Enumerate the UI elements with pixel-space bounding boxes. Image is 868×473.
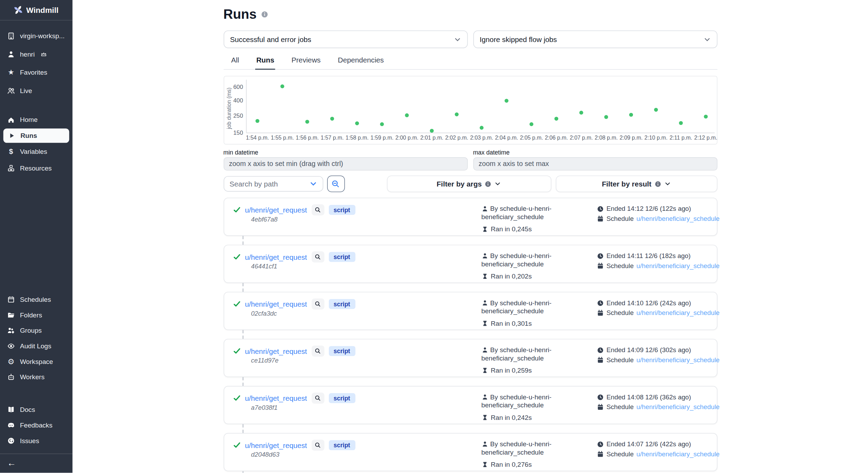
run-meta-middle: By schedule-u-henri-beneficiary_schedule… [481, 299, 570, 327]
run-meta-right: Ended 14:08 12/6 (362s ago) Schedule u/h… [596, 393, 720, 412]
inspect-run-button[interactable] [311, 440, 324, 451]
inspect-run-button[interactable] [311, 346, 324, 357]
sidebar-item-audit-logs[interactable]: Audit Logs [0, 338, 73, 354]
filter-by-args-button[interactable]: Filter by args [387, 175, 551, 192]
run-duration-text: Ran in 0,242s [491, 414, 532, 422]
groups-icon [7, 327, 15, 334]
robot-icon [7, 373, 15, 381]
filter-by-result-button[interactable]: Filter by result [556, 175, 717, 192]
tab-previews[interactable]: Previews [290, 53, 322, 69]
run-card[interactable]: u/henri/get_request script ce11d97e By s… [223, 339, 717, 377]
user-icon [481, 300, 488, 306]
flow-filter-select[interactable]: Ignore skipped flow jobs [473, 31, 717, 48]
runs-list: u/henri/get_request script 4ebf67a8 By s… [223, 198, 717, 473]
sidebar-collapse-button[interactable]: ← [0, 454, 73, 473]
run-id: 02cfa3dc [251, 310, 277, 317]
run-card[interactable]: u/henri/get_request script a7e038f1 By s… [223, 386, 717, 424]
sidebar-item-label: Audit Logs [20, 342, 51, 350]
run-card-header: u/henri/get_request script [233, 392, 355, 404]
calendar-icon [596, 309, 604, 317]
run-path-link[interactable]: u/henri/get_request [245, 441, 307, 449]
run-schedule-link[interactable]: u/henri/beneficiary_schedule [636, 262, 719, 270]
user-icon [481, 252, 488, 259]
search-icon [315, 301, 321, 307]
job-filters-row: Successful and error jobs Ignore skipped… [223, 31, 717, 48]
run-schedule-link[interactable]: u/henri/beneficiary_schedule [636, 403, 719, 412]
duration-chart[interactable]: 1502504006001:54 p.m.1:55 p.m.1:56 p.m.1… [223, 76, 717, 144]
run-path-link[interactable]: u/henri/get_request [245, 347, 307, 355]
job-kind-badge: script [328, 346, 355, 356]
run-duration: Ran in 0,259s [481, 366, 570, 374]
run-path-link[interactable]: u/henri/get_request [245, 253, 307, 261]
sidebar-item-workspace[interactable]: ⚙ Workspace [0, 354, 73, 370]
sidebar-item-user[interactable]: henri [0, 45, 73, 63]
run-card[interactable]: u/henri/get_request script 46441cf1 By s… [223, 245, 717, 283]
run-meta-right: Ended 14:11 12/6 (182s ago) Schedule u/h… [596, 252, 720, 270]
tab-all[interactable]: All [230, 53, 240, 69]
run-schedule: Schedule u/henri/beneficiary_schedule [596, 309, 720, 317]
runs-chart-svg[interactable]: 1502504006001:54 p.m.1:55 p.m.1:56 p.m.1… [224, 76, 718, 144]
sidebar-item-workers[interactable]: Workers [0, 369, 73, 385]
sidebar-item-favorites[interactable]: ★ Favorites [0, 63, 73, 82]
run-schedule-label: Schedule [607, 356, 634, 364]
svg-text:2:07 p.m.: 2:07 p.m. [569, 135, 592, 141]
chevron-down-icon [309, 180, 317, 188]
sidebar-item-feedbacks[interactable]: Feedbacks [0, 417, 73, 433]
sidebar-item-live[interactable]: Live [0, 81, 73, 100]
calendar-icon [596, 404, 604, 411]
sidebar-item-label: Live [20, 87, 32, 94]
max-datetime-input[interactable] [473, 157, 717, 171]
sidebar-item-variables[interactable]: $ Variables [0, 143, 73, 160]
sidebar: Windmill virgin-worksp... henri [0, 0, 73, 473]
run-path-link[interactable]: u/henri/get_request [245, 300, 307, 308]
brand[interactable]: Windmill [0, 0, 73, 20]
run-schedule-link[interactable]: u/henri/beneficiary_schedule [636, 356, 719, 364]
job-kind-select[interactable]: Successful and error jobs [223, 31, 467, 48]
sidebar-item-folders[interactable]: Folders [0, 307, 73, 323]
svg-text:150: 150 [233, 130, 243, 136]
run-path-link[interactable]: u/henri/get_request [245, 206, 307, 214]
tab-dependencies[interactable]: Dependencies [337, 53, 385, 69]
svg-text:2:09 p.m.: 2:09 p.m. [619, 135, 642, 141]
dollar-icon: $ [7, 148, 15, 156]
tab-runs[interactable]: Runs [255, 53, 275, 70]
sidebar-item-issues[interactable]: Issues [0, 433, 73, 449]
sidebar-item-workspace-switcher[interactable]: virgin-worksp... [0, 27, 73, 45]
sidebar-item-runs[interactable]: Runs [3, 128, 69, 143]
user-icon [7, 50, 15, 58]
sidebar-item-docs[interactable]: Docs [0, 402, 73, 418]
run-schedule-link[interactable]: u/henri/beneficiary_schedule [636, 309, 719, 317]
search-by-path-select[interactable]: Search by path [223, 176, 323, 192]
sidebar-item-label: Runs [20, 132, 37, 139]
users-icon [7, 87, 15, 94]
inspect-run-button[interactable] [311, 251, 324, 263]
run-schedule-label: Schedule [607, 450, 634, 458]
sidebar-item-schedules[interactable]: Schedules [0, 292, 73, 307]
run-card[interactable]: u/henri/get_request script 4ebf67a8 By s… [223, 198, 717, 236]
min-datetime-field: min datetime [223, 149, 467, 171]
sidebar-item-label: Schedules [20, 296, 51, 303]
sidebar-item-home[interactable]: Home [0, 111, 73, 128]
run-duration: Ran in 0,301s [481, 320, 570, 327]
hourglass-icon [481, 367, 488, 374]
run-schedule-link[interactable]: u/henri/beneficiary_schedule [636, 450, 719, 458]
run-path-link[interactable]: u/henri/get_request [245, 394, 307, 402]
sidebar-item-groups[interactable]: Groups [0, 323, 73, 339]
user-icon [481, 441, 488, 447]
inspect-run-button[interactable] [311, 298, 324, 309]
min-datetime-input[interactable] [223, 157, 467, 171]
run-ended-text: Ended 14:09 12/6 (302s ago) [607, 346, 691, 355]
info-icon[interactable] [261, 11, 268, 18]
sidebar-item-label: Home [20, 116, 37, 123]
svg-text:2:02 p.m.: 2:02 p.m. [445, 135, 468, 141]
building-icon [7, 32, 15, 40]
sidebar-item-resources[interactable]: Resources [0, 160, 73, 177]
run-schedule-link[interactable]: u/henri/beneficiary_schedule [636, 215, 719, 223]
zoom-out-search-button[interactable] [327, 175, 344, 192]
run-by: By schedule-u-henri-beneficiary_schedule [481, 393, 570, 409]
run-card[interactable]: u/henri/get_request script d2048d63 By s… [223, 433, 717, 471]
run-card[interactable]: u/henri/get_request script 02cfa3dc By s… [223, 292, 717, 330]
inspect-run-button[interactable] [311, 392, 324, 404]
inspect-run-button[interactable] [311, 204, 324, 215]
run-schedule: Schedule u/henri/beneficiary_schedule [596, 450, 720, 458]
